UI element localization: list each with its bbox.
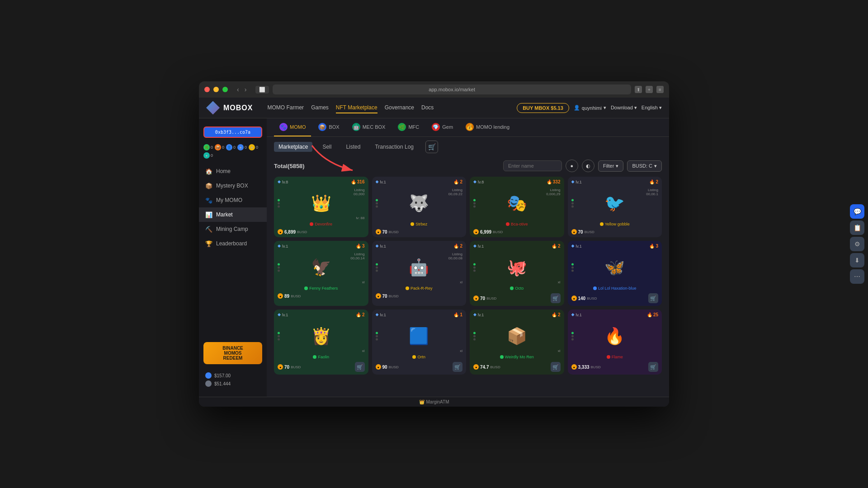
- name-text: Pack-R-Rey: [410, 286, 433, 291]
- bottom-bar: 👑 MarginATM: [199, 397, 669, 407]
- sub-tab-marketplace[interactable]: Marketplace: [274, 142, 312, 152]
- nav-governance[interactable]: Governance: [385, 103, 414, 113]
- nft-card[interactable]: lv.8 🔥316 👑 Listing00,000 lv: 88 Devonfi…: [274, 177, 368, 237]
- xl-label: xl: [362, 349, 365, 353]
- user-stat-icon: 👤: [226, 144, 232, 150]
- minimize-button[interactable]: [213, 87, 219, 92]
- circle-filter-dark[interactable]: ◐: [582, 160, 594, 172]
- nft-card[interactable]: lv.1 🔥2 📦 xl Weirdly Mo Ren: [470, 310, 564, 375]
- add-to-cart-button[interactable]: 🛒: [648, 293, 658, 303]
- sidebar-item-my-momo[interactable]: 🐾 My MOMO: [199, 193, 267, 207]
- share-icon[interactable]: ⬆: [635, 86, 642, 93]
- sub-tab-transaction-log[interactable]: Transaction Log: [370, 142, 418, 152]
- nft-card[interactable]: lv.1 🔥2 👸 xl Faolin ●: [274, 310, 368, 375]
- cat-tab-box[interactable]: 📦 BOX: [313, 118, 344, 136]
- nft-card[interactable]: lv.1 🔥3 🦅 Listing00,00.14 xl Fenny Feath…: [274, 241, 368, 306]
- sidebar-item-home[interactable]: 🏠 Home: [199, 164, 267, 178]
- nft-creature-emoji: 🎭: [507, 195, 527, 211]
- card-footer: ● 140 BUSD 🛒: [568, 291, 662, 306]
- card-dots: [278, 263, 280, 272]
- card-footer: ● 89 BUSD: [274, 291, 368, 301]
- nft-card[interactable]: lv.1 🔥25 🔥 Flame ●: [568, 310, 662, 375]
- balance-row-2: $51.444: [205, 380, 260, 387]
- card-name: Octo: [470, 286, 564, 291]
- nft-card[interactable]: lv.1 🔥2 🐦 Listing00,00.1 Yellow gobble: [568, 177, 662, 237]
- binance-banner[interactable]: BINANCE MOMOS REDEEM: [203, 342, 262, 364]
- nav-nft-marketplace[interactable]: NFT Marketplace: [336, 103, 377, 113]
- forward-button[interactable]: ›: [243, 86, 249, 93]
- cat-tab-mec-box[interactable]: 🤖 MEC BOX: [347, 118, 391, 136]
- sub-tab-listed[interactable]: Listed: [341, 142, 365, 152]
- download-button[interactable]: Download ▾: [611, 105, 637, 111]
- name-color-dot: [607, 355, 610, 359]
- nav-docs[interactable]: Docs: [421, 103, 434, 113]
- add-to-cart-button[interactable]: 🛒: [355, 362, 365, 372]
- card-level: lv.1: [473, 244, 484, 249]
- xl-label: xl: [558, 349, 561, 353]
- bookmark-icon[interactable]: +: [646, 86, 653, 93]
- add-to-cart-button[interactable]: 🛒: [551, 362, 561, 372]
- card-level: lv.8: [278, 180, 288, 184]
- price-unit: BUSD: [389, 294, 399, 298]
- nav-games[interactable]: Games: [311, 103, 329, 113]
- nft-card[interactable]: lv.1 🔥2 🤖 Listing00,00.08 xl Pack-R-Rey: [372, 241, 467, 306]
- nft-card[interactable]: lv.1 🔥2 🐙 xl Octo ●: [470, 241, 564, 306]
- listing-info: Listing0,000,29: [546, 188, 560, 196]
- add-to-cart-button[interactable]: 🛒: [551, 293, 561, 303]
- price-area: ● 3,333 BUSD: [571, 364, 601, 370]
- cat-tab-momo[interactable]: 🐾 MOMO: [274, 118, 311, 136]
- card-power: 🔥25: [647, 312, 658, 317]
- level-diamond-icon: [473, 180, 476, 183]
- add-to-cart-button[interactable]: 🛒: [648, 362, 658, 372]
- card-footer: ● 6,899 BUSD: [274, 227, 368, 237]
- nft-creature-emoji: 🦅: [311, 259, 331, 276]
- currency-filter-button[interactable]: BUSD: C ▾: [627, 160, 662, 172]
- card-dots: [571, 263, 574, 272]
- address-bar[interactable]: app.mobox.io/market: [273, 84, 631, 94]
- nft-card[interactable]: lv.1 🔥3 🦋 Lol Lol Haxation-blue: [568, 241, 662, 306]
- wallet-address-box[interactable]: 0xb3f3...co7a: [203, 127, 262, 138]
- search-input[interactable]: [503, 160, 562, 171]
- coin-icon: ●: [473, 296, 479, 301]
- dot-inactive: [473, 205, 476, 207]
- sidebar-item-leaderboard[interactable]: 🏆 Leaderboard: [199, 236, 267, 251]
- maximize-button[interactable]: [222, 87, 228, 92]
- card-header: lv.1 🔥2: [470, 241, 564, 249]
- cat-tab-momo-lending[interactable]: 💰 MOMO lending: [460, 118, 515, 136]
- back-button[interactable]: ‹: [235, 86, 241, 93]
- buy-mbox-button[interactable]: BUY MBOX $5.13: [517, 103, 569, 113]
- banner-line2: MOMOS: [207, 351, 259, 356]
- circle-filter-white[interactable]: ●: [566, 160, 578, 172]
- nft-card[interactable]: lv.8 🔥332 🎭 Listing0,000,29 Bca-otive: [470, 177, 564, 237]
- name-text: Fenny Feathers: [309, 286, 338, 291]
- nft-card[interactable]: lv.1 🔥1 🟦 xl Ortn ●: [372, 310, 467, 375]
- card-header: lv.1 🔥2: [470, 310, 564, 318]
- language-button[interactable]: English ▾: [642, 105, 662, 111]
- sidebar-item-mining-camp[interactable]: ⛏️ Mining Camp: [199, 222, 267, 236]
- sidebar-item-mystery-box[interactable]: 📦 Mystery BOX: [199, 178, 267, 193]
- card-level: lv.1: [473, 313, 484, 317]
- nav-momo-farmer[interactable]: MOMO Farmer: [267, 103, 304, 113]
- sub-tab-sell[interactable]: Sell: [318, 142, 336, 152]
- price-area: ● 70 BUSD: [473, 296, 496, 301]
- stat-blue: ● 0: [237, 144, 247, 150]
- fire-icon: 🔥: [453, 179, 459, 184]
- sidebar-item-market[interactable]: 📊 Market: [199, 207, 267, 222]
- card-power: 🔥1: [453, 312, 462, 317]
- nft-card[interactable]: lv.1 🔥2 🐺 Listing00,09.22 Strbez: [372, 177, 467, 237]
- add-to-cart-button[interactable]: 🛒: [453, 362, 462, 372]
- filter-button[interactable]: Filter ▾: [598, 160, 623, 172]
- close-button[interactable]: [204, 87, 210, 92]
- price-unit: BUSD: [587, 296, 597, 300]
- cat-tab-mfc[interactable]: 🌿 MFC: [392, 118, 425, 136]
- dot-inactive: [278, 269, 280, 272]
- card-name: Yellow gobble: [568, 222, 662, 226]
- user-account-button[interactable]: 👤 quynhimi ▾: [574, 105, 606, 111]
- fire-icon: 🔥: [351, 179, 356, 184]
- menu-icon[interactable]: ≡: [656, 86, 664, 93]
- card-power: 🔥3: [356, 244, 365, 249]
- balance-icon-1: [205, 372, 212, 379]
- cat-tab-gem[interactable]: 💎 Gem: [426, 118, 458, 136]
- browser-content: MOBOX MOMO Farmer Games NFT Marketplace …: [199, 98, 669, 407]
- cart-button[interactable]: 🛒: [425, 141, 438, 153]
